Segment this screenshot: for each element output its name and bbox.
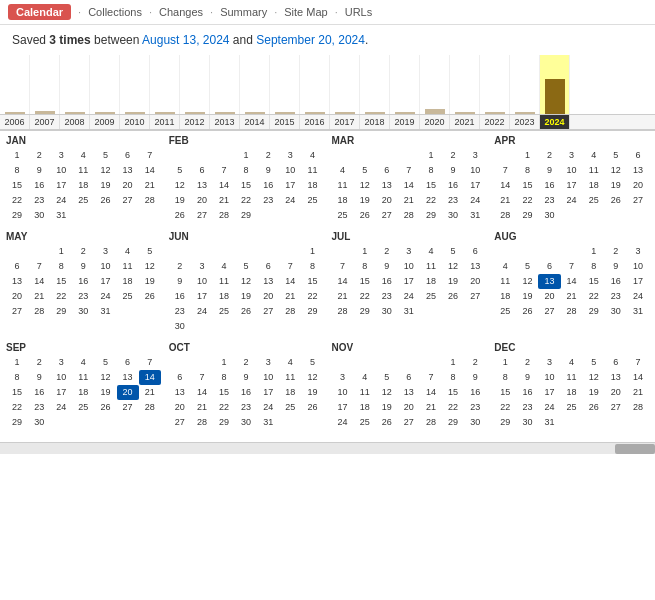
calendar-day[interactable]: 13 [464,259,486,274]
calendar-day[interactable]: 2 [257,148,279,163]
calendar-day[interactable]: 17 [398,274,420,289]
calendar-day[interactable]: 21 [332,289,354,304]
calendar-day[interactable]: 8 [6,370,28,385]
timeline-year-2019[interactable] [390,55,420,114]
calendar-day[interactable]: 21 [561,289,583,304]
calendar-day[interactable]: 30 [72,304,94,319]
calendar-day[interactable]: 29 [6,415,28,430]
scrollbar-area[interactable] [0,442,655,454]
calendar-day[interactable]: 18 [420,274,442,289]
calendar-day[interactable]: 24 [627,289,649,304]
calendar-day[interactable]: 25 [279,400,301,415]
calendar-day[interactable]: 14 [420,385,442,400]
calendar-day[interactable]: 18 [279,385,301,400]
calendar-day[interactable]: 19 [235,289,257,304]
calendar-day[interactable]: 21 [627,385,649,400]
calendar-day[interactable]: 27 [257,304,279,319]
calendar-day[interactable]: 2 [605,244,627,259]
calendar-day[interactable]: 28 [494,208,516,223]
calendar-day[interactable]: 29 [235,208,257,223]
calendar-day[interactable]: 8 [420,163,442,178]
calendar-day[interactable]: 7 [494,163,516,178]
calendar-day[interactable]: 9 [538,163,560,178]
changes-link[interactable]: Changes [159,6,203,18]
calendar-day[interactable]: 11 [332,178,354,193]
calendar-day[interactable]: 3 [191,259,213,274]
calendar-day[interactable]: 4 [354,370,376,385]
calendar-day[interactable]: 26 [169,208,191,223]
calendar-day[interactable]: 8 [442,370,464,385]
calendar-day[interactable]: 31 [94,304,116,319]
calendar-day[interactable]: 5 [442,244,464,259]
year-label-2016[interactable]: 2016 [300,115,330,129]
calendar-day[interactable]: 15 [6,385,28,400]
calendar-day[interactable]: 24 [561,193,583,208]
calendar-day[interactable]: 11 [354,385,376,400]
calendar-day[interactable]: 4 [494,259,516,274]
calendar-day[interactable]: 13 [191,178,213,193]
year-label-2022[interactable]: 2022 [480,115,510,129]
calendar-day[interactable]: 24 [279,193,301,208]
calendar-day[interactable]: 23 [169,304,191,319]
calendar-day[interactable]: 8 [235,163,257,178]
timeline-year-2014[interactable] [240,55,270,114]
calendar-day[interactable]: 15 [583,274,605,289]
calendar-day[interactable]: 2 [464,355,486,370]
calendar-day[interactable]: 31 [538,415,560,430]
calendar-day[interactable]: 16 [464,385,486,400]
calendar-day[interactable]: 3 [50,355,72,370]
year-label-2007[interactable]: 2007 [30,115,60,129]
calendar-day[interactable]: 8 [494,370,516,385]
calendar-day[interactable]: 3 [279,148,301,163]
calendar-day[interactable]: 28 [398,208,420,223]
calendar-day[interactable]: 13 [117,370,139,385]
calendar-day[interactable]: 1 [354,244,376,259]
calendar-day[interactable]: 5 [583,355,605,370]
calendar-day[interactable]: 6 [257,259,279,274]
calendar-day[interactable]: 26 [442,289,464,304]
calendar-day[interactable]: 24 [332,415,354,430]
calendar-day[interactable]: 27 [538,304,560,319]
timeline-year-2009[interactable] [90,55,120,114]
calendar-day[interactable]: 17 [561,178,583,193]
date2-link[interactable]: September 20, 2024 [256,33,365,47]
sitemap-link[interactable]: Site Map [284,6,327,18]
calendar-day[interactable]: 29 [583,304,605,319]
timeline-year-2020[interactable] [420,55,450,114]
calendar-day[interactable]: 3 [50,148,72,163]
timeline-year-2021[interactable] [450,55,480,114]
calendar-day[interactable]: 13 [627,163,649,178]
calendar-day[interactable]: 4 [213,259,235,274]
calendar-day[interactable]: 3 [561,148,583,163]
calendar-day[interactable]: 18 [72,178,94,193]
calendar-day[interactable]: 20 [169,400,191,415]
year-label-2010[interactable]: 2010 [120,115,150,129]
calendar-day[interactable]: 6 [6,259,28,274]
calendar-day[interactable]: 24 [191,304,213,319]
year-label-2019[interactable]: 2019 [390,115,420,129]
calendar-day[interactable]: 15 [516,178,538,193]
calendar-day[interactable]: 4 [420,244,442,259]
timeline-year-2022[interactable] [480,55,510,114]
calendar-day[interactable]: 12 [139,259,161,274]
calendar-day[interactable]: 8 [583,259,605,274]
calendar-day[interactable]: 23 [464,400,486,415]
timeline-year-2006[interactable] [0,55,30,114]
calendar-day[interactable]: 3 [257,355,279,370]
calendar-day[interactable]: 24 [538,400,560,415]
calendar-day[interactable]: 15 [420,178,442,193]
calendar-day[interactable]: 16 [442,178,464,193]
calendar-day[interactable]: 29 [50,304,72,319]
calendar-day[interactable]: 5 [605,148,627,163]
urls-link[interactable]: URLs [345,6,373,18]
calendar-day[interactable]: 19 [605,178,627,193]
calendar-day[interactable]: 7 [420,370,442,385]
calendar-day[interactable]: 20 [117,178,139,193]
calendar-day[interactable]: 4 [583,148,605,163]
calendar-day[interactable]: 9 [257,163,279,178]
calendar-day[interactable]: 12 [354,178,376,193]
calendar-day[interactable]: 9 [516,370,538,385]
calendar-day[interactable]: 30 [376,304,398,319]
calendar-day[interactable]: 27 [464,289,486,304]
calendar-day[interactable]: 20 [6,289,28,304]
